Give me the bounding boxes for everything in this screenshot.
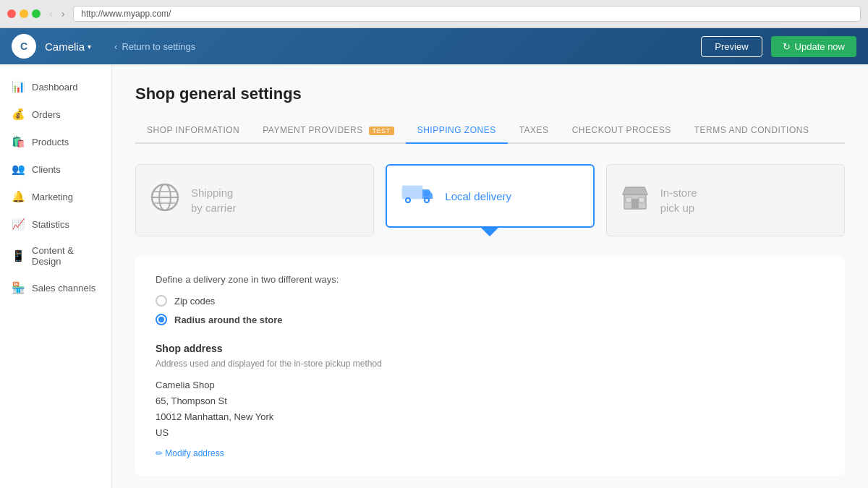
svg-rect-6 <box>402 186 422 199</box>
tab-payment-label: PAYMENT PROVIDERS <box>263 125 363 135</box>
preview-button[interactable]: Preview <box>701 36 762 57</box>
tab-taxes[interactable]: TAXES <box>508 118 561 144</box>
update-label: Update now <box>795 41 845 52</box>
return-label: Return to settings <box>122 41 195 52</box>
refresh-icon: ↻ <box>783 41 791 52</box>
sidebar-label-sales: Sales channels <box>32 283 95 294</box>
tab-payment[interactable]: PAYMENT PROVIDERS TEST <box>251 118 405 144</box>
carrier-label-line1: Shipping <box>191 185 237 200</box>
radio-group: Zip codes Radius around the store <box>156 295 825 325</box>
browser-nav: ‹ › <box>46 7 67 21</box>
pickup-label-line1: In-store <box>660 185 697 200</box>
sidebar-label-marketing: Marketing <box>32 192 73 202</box>
radio-zip[interactable]: Zip codes <box>156 295 825 307</box>
return-to-settings-link[interactable]: ‹ Return to settings <box>114 41 195 52</box>
carrier-card-text: Shipping by carrier <box>191 185 237 215</box>
sidebar-item-sales[interactable]: 🏪 Sales channels <box>0 274 111 301</box>
sidebar-label-dashboard: Dashboard <box>32 82 78 93</box>
tab-checkout-label: CHECKOUT PROCESS <box>572 125 671 135</box>
address-line2: 65, Thompson St <box>156 393 825 409</box>
maximize-dot[interactable] <box>32 9 41 18</box>
brand-label: Camelia <box>45 40 85 53</box>
sidebar-label-orders: Orders <box>32 109 61 120</box>
svg-rect-11 <box>424 191 430 196</box>
truck-icon <box>401 181 433 210</box>
brand-name[interactable]: Camelia ▾ <box>45 40 91 53</box>
radio-circle-zip <box>156 295 167 307</box>
local-card-text: Local delivery <box>445 189 511 204</box>
sidebar-item-marketing[interactable]: 🔔 Marketing <box>0 183 111 210</box>
tab-taxes-label: TAXES <box>519 125 549 135</box>
shipping-card-local[interactable]: Local delivery <box>386 164 594 228</box>
back-button[interactable]: ‹ <box>46 7 56 21</box>
svg-rect-13 <box>631 199 639 209</box>
tabs-bar: SHOP INFORMATION PAYMENT PROVIDERS TEST … <box>135 118 845 144</box>
close-dot[interactable] <box>7 9 16 18</box>
sidebar-label-statistics: Statistics <box>32 219 69 230</box>
orders-icon: 💰 <box>12 108 25 121</box>
browser-chrome: ‹ › http://www.myapp.com/ <box>0 0 868 28</box>
modify-address-link[interactable]: ✏ Modify address <box>156 448 224 458</box>
content-icon: 📱 <box>12 249 25 262</box>
tab-shipping[interactable]: SHIPPING ZONES <box>406 118 508 144</box>
main-wrapper: 📊 Dashboard 💰 Orders 🛍️ Products 👥 Clien… <box>0 64 868 488</box>
sidebar-item-clients[interactable]: 👥 Clients <box>0 155 111 183</box>
page-title: Shop general settings <box>135 85 845 103</box>
dashboard-icon: 📊 <box>12 80 25 93</box>
shipping-card-pickup[interactable]: In-store pick up <box>606 164 845 236</box>
shipping-card-carrier[interactable]: Shipping by carrier <box>135 164 374 236</box>
marketing-icon: 🔔 <box>12 190 25 203</box>
tab-checkout[interactable]: CHECKOUT PROCESS <box>561 118 683 144</box>
sidebar-item-products[interactable]: 🛍️ Products <box>0 128 111 155</box>
tab-shop-info-label: SHOP INFORMATION <box>147 125 239 135</box>
clients-icon: 👥 <box>12 163 25 176</box>
radio-radius[interactable]: Radius around the store <box>156 314 825 325</box>
pickup-label-line2: pick up <box>660 200 697 215</box>
shipping-options: Shipping by carrier <box>135 164 845 236</box>
tab-shipping-label: SHIPPING ZONES <box>417 125 496 135</box>
minimize-dot[interactable] <box>20 9 28 18</box>
payment-badge: TEST <box>369 127 394 135</box>
address-line1: Camelia Shop <box>156 377 825 393</box>
svg-rect-15 <box>639 197 644 202</box>
globe-icon <box>150 183 179 218</box>
radius-label: Radius around the store <box>174 314 283 325</box>
sidebar-item-content[interactable]: 📱 Content & Design <box>0 238 111 274</box>
carrier-label-line2: by carrier <box>191 200 237 215</box>
define-label: Define a delivery zone in two different … <box>156 274 825 285</box>
sidebar-label-content: Content & Design <box>32 245 100 267</box>
browser-url[interactable]: http://www.myapp.com/ <box>73 6 861 22</box>
shop-address-title: Shop address <box>156 343 825 354</box>
card-pointer-icon <box>481 228 498 236</box>
svg-point-10 <box>425 199 428 202</box>
zip-label: Zip codes <box>174 296 215 307</box>
tab-shop-info[interactable]: SHOP INFORMATION <box>135 118 251 144</box>
local-label: Local delivery <box>445 190 511 202</box>
chevron-left-icon: ‹ <box>114 41 117 52</box>
sidebar-item-statistics[interactable]: 📈 Statistics <box>0 210 111 238</box>
products-icon: 🛍️ <box>12 135 25 148</box>
brand-logo: C <box>12 34 36 59</box>
forward-button[interactable]: › <box>59 7 68 21</box>
sidebar-label-products: Products <box>32 137 69 147</box>
svg-point-8 <box>407 199 409 202</box>
store-icon <box>621 184 649 216</box>
top-nav: C Camelia ▾ ‹ Return to settings Preview… <box>0 28 868 64</box>
pickup-card-text: In-store pick up <box>660 185 697 215</box>
address-line4: US <box>156 425 825 441</box>
statistics-icon: 📈 <box>12 218 25 231</box>
sidebar: 📊 Dashboard 💰 Orders 🛍️ Products 👥 Clien… <box>0 64 112 488</box>
update-now-button[interactable]: ↻ Update now <box>771 36 856 57</box>
sales-icon: 🏪 <box>12 281 25 294</box>
tab-terms[interactable]: TERMS AND CONDITIONS <box>683 118 821 144</box>
svg-rect-14 <box>626 197 631 202</box>
delivery-zone-form: Define a delivery zone in two different … <box>135 257 845 476</box>
address-line3: 10012 Manhattan, New York <box>156 409 825 425</box>
chevron-down-icon: ▾ <box>88 43 91 51</box>
main-content: Shop general settings SHOP INFORMATION P… <box>112 64 868 488</box>
shop-address-subtitle: Address used and displayed for the in-st… <box>156 359 825 369</box>
sidebar-item-dashboard[interactable]: 📊 Dashboard <box>0 73 111 100</box>
radio-circle-radius <box>156 314 167 325</box>
sidebar-item-orders[interactable]: 💰 Orders <box>0 100 111 128</box>
sidebar-label-clients: Clients <box>32 164 61 175</box>
